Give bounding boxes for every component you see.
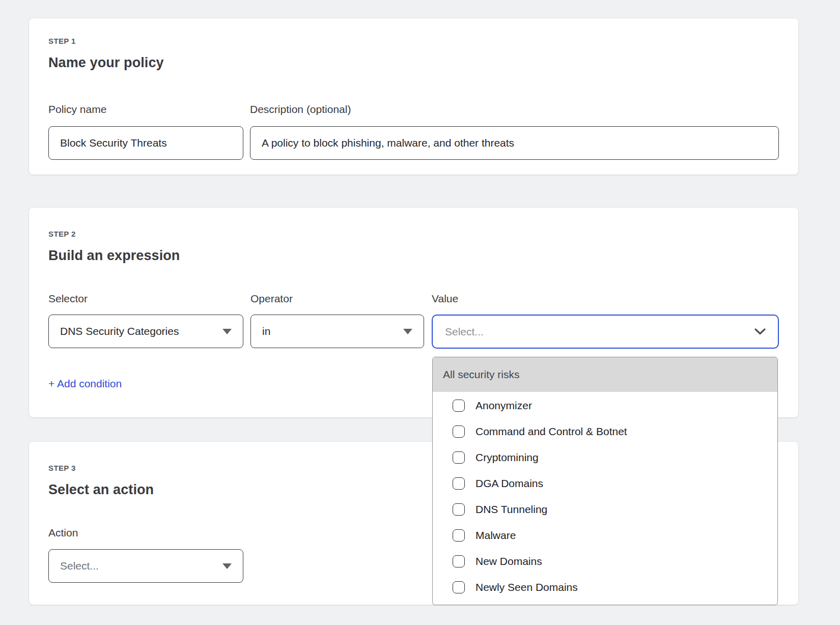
caret-down-icon	[222, 329, 232, 334]
add-condition-link[interactable]: + Add condition	[48, 378, 122, 390]
dropdown-option-label: Command and Control & Botnet	[475, 425, 627, 438]
step1-card: STEP 1 Name your policy Policy name Desc…	[29, 18, 798, 175]
operator-label: Operator	[250, 293, 293, 305]
value-placeholder: Select...	[445, 326, 484, 338]
checkbox-unchecked-icon[interactable]	[453, 451, 465, 464]
checkbox-unchecked-icon[interactable]	[453, 400, 465, 412]
value-dropdown-options: AnonymizerCommand and Control & BotnetCr…	[433, 392, 777, 600]
dropdown-option[interactable]: DNS Tunneling	[433, 496, 777, 522]
dropdown-option[interactable]: DGA Domains	[433, 470, 777, 496]
step1-eyebrow: STEP 1	[48, 37, 76, 45]
dropdown-option[interactable]: Malware	[433, 522, 777, 548]
checkbox-unchecked-icon[interactable]	[453, 477, 465, 490]
caret-down-icon	[222, 563, 232, 569]
action-select-placeholder: Select...	[60, 560, 99, 572]
step2-title: Build an expression	[48, 248, 180, 264]
chevron-down-icon	[754, 328, 766, 335]
action-select[interactable]: Select...	[48, 549, 243, 583]
step1-title: Name your policy	[48, 55, 164, 71]
policy-name-input[interactable]: Block Security Threats	[48, 126, 243, 160]
dropdown-option-label: New Domains	[475, 555, 542, 567]
checkbox-unchecked-icon[interactable]	[453, 503, 465, 516]
step3-title: Select an action	[48, 482, 154, 498]
dropdown-option[interactable]: New Domains	[433, 548, 777, 574]
dropdown-option-label: Anonymizer	[475, 400, 532, 412]
dropdown-option-label: Newly Seen Domains	[475, 581, 578, 593]
operator-select-value: in	[262, 325, 270, 337]
step2-eyebrow: STEP 2	[48, 230, 76, 238]
description-input[interactable]: A policy to block phishing, malware, and…	[250, 126, 779, 160]
value-label: Value	[432, 293, 458, 305]
description-value: A policy to block phishing, malware, and…	[262, 137, 514, 149]
selector-label: Selector	[48, 293, 88, 305]
dropdown-option-label: Cryptomining	[475, 451, 539, 464]
checkbox-unchecked-icon[interactable]	[453, 555, 465, 567]
caret-down-icon	[403, 329, 412, 334]
checkbox-unchecked-icon[interactable]	[453, 581, 465, 593]
policy-name-label: Policy name	[48, 103, 106, 116]
selector-select[interactable]: DNS Security Categories	[48, 315, 243, 348]
dropdown-option[interactable]: Anonymizer	[433, 392, 777, 418]
dropdown-option-label: DGA Domains	[475, 477, 543, 490]
selector-select-value: DNS Security Categories	[60, 325, 179, 337]
dropdown-option-label: Malware	[475, 529, 516, 542]
operator-select[interactable]: in	[250, 315, 424, 348]
value-multiselect[interactable]: Select...	[432, 315, 779, 349]
policy-name-value: Block Security Threats	[60, 137, 167, 149]
dropdown-option[interactable]: Cryptomining	[433, 444, 777, 470]
checkbox-unchecked-icon[interactable]	[453, 529, 465, 542]
description-label: Description (optional)	[250, 103, 351, 116]
action-label: Action	[48, 527, 78, 539]
dropdown-option[interactable]: Newly Seen Domains	[433, 574, 777, 600]
dropdown-select-all-option[interactable]: All security risks	[433, 357, 777, 392]
checkbox-unchecked-icon[interactable]	[453, 425, 465, 438]
dropdown-option-label: DNS Tunneling	[475, 503, 547, 516]
policy-builder-page: STEP 1 Name your policy Policy name Desc…	[0, 0, 840, 625]
value-dropdown-panel: All security risks AnonymizerCommand and…	[432, 357, 778, 605]
step3-eyebrow: STEP 3	[48, 464, 76, 472]
dropdown-option[interactable]: Command and Control & Botnet	[433, 418, 777, 444]
